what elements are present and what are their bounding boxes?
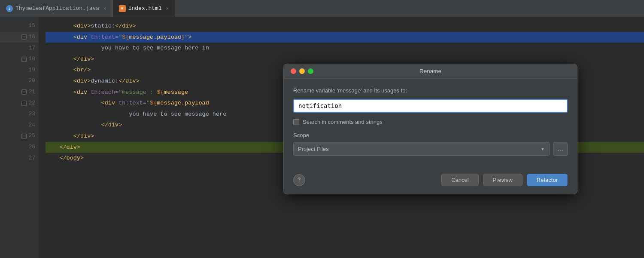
line-gutter: 15 − 16 17 − 18 19 20 − 21 − 22 23 24: [0, 17, 39, 258]
svg-text:J: J: [9, 7, 10, 11]
footer-buttons: Cancel Preview Refactor: [441, 174, 568, 186]
checkbox-row: Search in comments and strings: [293, 119, 568, 125]
scope-select-value: Project Files: [298, 146, 329, 152]
gutter-line-26: 26: [0, 142, 39, 153]
code-line-16: <div th:text="${message.payload}">: [46, 32, 644, 43]
tab-html-label: index.html: [128, 5, 162, 12]
fold-icon-22[interactable]: −: [21, 101, 27, 106]
cancel-button[interactable]: Cancel: [441, 174, 478, 186]
gutter-line-24: 24: [0, 120, 39, 131]
gutter-line-16: − 16: [0, 32, 39, 43]
scope-select[interactable]: Project Files ▼: [293, 142, 550, 156]
gutter-line-22: − 22: [0, 98, 39, 109]
rename-dialog[interactable]: Rename Rename variable 'message' and its…: [283, 64, 577, 194]
scope-dropdown-arrow: ▼: [541, 147, 545, 151]
fold-icon-25[interactable]: −: [21, 134, 27, 139]
tab-java-label: ThymeleafApplication.java: [15, 5, 99, 12]
preview-button[interactable]: Preview: [483, 174, 522, 186]
html-icon: H: [119, 5, 126, 12]
help-button[interactable]: ?: [293, 174, 305, 186]
scope-label: Scope: [293, 132, 568, 138]
tab-html[interactable]: H index.html ✕: [113, 0, 176, 17]
refactor-button[interactable]: Refactor: [527, 174, 568, 186]
gutter-line-17: 17: [0, 43, 39, 54]
traffic-light-minimize[interactable]: [299, 68, 305, 74]
traffic-light-close[interactable]: [291, 68, 296, 74]
tab-bar: J ThymeleafApplication.java ✕ H index.ht…: [0, 0, 644, 17]
dialog-description: Rename variable 'message' and its usages…: [293, 87, 568, 94]
gutter-line-19: 19: [0, 64, 39, 76]
gutter-line-21: − 21: [0, 87, 39, 98]
dialog-footer: ? Cancel Preview Refactor: [284, 174, 577, 194]
scope-more-button[interactable]: …: [553, 142, 568, 156]
scope-more-label: …: [557, 145, 563, 152]
java-icon: J: [6, 5, 13, 12]
editor-root: J ThymeleafApplication.java ✕ H index.ht…: [0, 0, 644, 258]
search-comments-checkbox[interactable]: [293, 119, 299, 125]
gutter-line-25: − 25: [0, 131, 39, 142]
traffic-lights: [291, 68, 313, 74]
scope-row: Project Files ▼ …: [293, 142, 568, 156]
traffic-light-maximize[interactable]: [308, 68, 313, 74]
code-line-15: <div>static:</div>: [46, 21, 644, 32]
rename-input[interactable]: [293, 99, 568, 113]
code-line-18: </div>: [46, 54, 644, 65]
fold-icon-16[interactable]: −: [21, 34, 27, 40]
gutter-line-18: − 18: [0, 54, 39, 65]
dialog-title: Rename: [419, 68, 441, 74]
gutter-line-27: 27: [0, 153, 39, 164]
help-button-label: ?: [298, 177, 301, 183]
tab-java[interactable]: J ThymeleafApplication.java ✕: [0, 0, 113, 17]
tab-html-close[interactable]: ✕: [166, 6, 169, 11]
gutter-line-15: 15: [0, 21, 39, 32]
code-line-17: you have to see message here in: [46, 43, 644, 54]
gutter-line-23: 23: [0, 109, 39, 120]
search-comments-label: Search in comments and strings: [303, 119, 383, 125]
tab-java-close[interactable]: ✕: [103, 6, 106, 11]
fold-icon-18[interactable]: −: [21, 57, 27, 62]
dialog-body: Rename variable 'message' and its usages…: [284, 79, 577, 174]
fold-icon-21[interactable]: −: [21, 89, 27, 95]
gutter-line-20: 20: [0, 76, 39, 87]
dialog-titlebar: Rename: [284, 64, 577, 79]
